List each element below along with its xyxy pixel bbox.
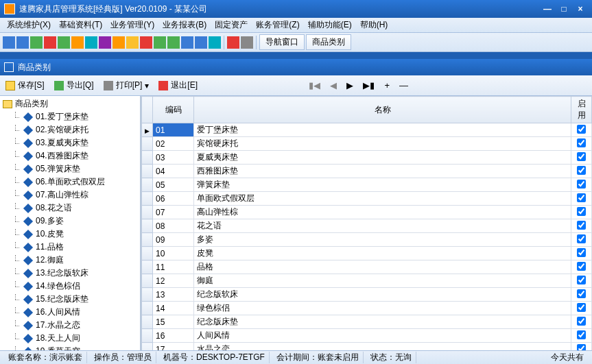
enable-checkbox[interactable] (577, 303, 586, 312)
tree-item[interactable]: 01.爱丁堡床垫 (0, 110, 140, 123)
col-name[interactable]: 名称 (194, 97, 571, 123)
tree-item[interactable]: 05.弹簧床垫 (0, 162, 140, 175)
table-row[interactable]: 15纪念版床垫 (142, 315, 592, 329)
cell-name[interactable]: 水晶之恋 (194, 343, 571, 351)
cell-enable[interactable] (571, 151, 592, 165)
save-button[interactable]: 保存[S] (5, 80, 45, 91)
cell-code[interactable]: 06 (153, 192, 194, 206)
cell-code[interactable]: 13 (153, 288, 194, 302)
cell-enable[interactable] (571, 329, 592, 343)
tab-product-category[interactable]: 商品类别 (306, 34, 351, 50)
tree-item[interactable]: 03.夏威夷床垫 (0, 136, 140, 149)
table-row[interactable]: 13纪念版软床 (142, 288, 592, 302)
cell-code[interactable]: 12 (153, 274, 194, 288)
table-row[interactable]: 01爱丁堡床垫 (142, 123, 592, 137)
cell-name[interactable]: 单面欧式假双层 (194, 192, 571, 206)
cell-code[interactable]: 03 (153, 151, 194, 165)
enable-checkbox[interactable] (577, 207, 586, 216)
table-row[interactable]: 09多姿 (142, 233, 592, 247)
tree-item[interactable]: 07.高山弹性棕 (0, 189, 140, 202)
cell-code[interactable]: 07 (153, 206, 194, 219)
tree-root[interactable]: 商品类别 (0, 97, 140, 110)
nav-add[interactable]: + (384, 80, 390, 90)
table-row[interactable]: 07高山弹性棕 (142, 206, 592, 219)
cell-enable[interactable] (571, 260, 592, 274)
cell-name[interactable]: 纪念版床垫 (194, 315, 571, 329)
nav-last[interactable]: ▶▮ (363, 80, 375, 90)
cell-enable[interactable] (571, 123, 592, 137)
toolbar-icon-14[interactable] (181, 36, 193, 49)
nav-prev[interactable]: ◀ (330, 80, 337, 90)
tree-item[interactable]: 09.多姿 (0, 215, 140, 228)
table-row[interactable]: 17水晶之恋 (142, 343, 592, 351)
cell-name[interactable]: 夏威夷床垫 (194, 151, 571, 165)
enable-checkbox[interactable] (577, 344, 586, 351)
menu-item[interactable]: 账务管理(Z) (252, 18, 303, 32)
cell-enable[interactable] (571, 302, 592, 315)
cell-code[interactable]: 16 (153, 329, 194, 343)
table-row[interactable]: 10皮凳 (142, 247, 592, 260)
tree-item[interactable]: 14.绿色棕侣 (0, 280, 140, 293)
toolbar-icon-4[interactable] (44, 36, 56, 49)
toolbar-icon-15[interactable] (195, 36, 207, 49)
enable-checkbox[interactable] (577, 221, 586, 230)
tree-item[interactable]: 13.纪念版软床 (0, 267, 140, 280)
table-row[interactable]: 11品格 (142, 260, 592, 274)
menu-item[interactable]: 业务报表(B) (158, 18, 211, 32)
cell-code[interactable]: 01 (153, 123, 194, 137)
cell-name[interactable]: 绿色棕侣 (194, 302, 571, 315)
cell-code[interactable]: 14 (153, 302, 194, 315)
table-row[interactable]: 05弹簧床垫 (142, 178, 592, 192)
menu-item[interactable]: 帮助(H) (356, 18, 392, 32)
cell-enable[interactable] (571, 192, 592, 206)
table-row[interactable]: 04西雅图床垫 (142, 165, 592, 178)
nav-first[interactable]: ▮◀ (309, 80, 320, 90)
cell-enable[interactable] (571, 233, 592, 247)
cell-enable[interactable] (571, 165, 592, 178)
print-button[interactable]: 打印[P]▾ (104, 80, 150, 91)
cell-enable[interactable] (571, 315, 592, 329)
enable-checkbox[interactable] (577, 289, 586, 298)
cell-code[interactable]: 10 (153, 247, 194, 260)
tree-item[interactable]: 18.天上人间 (0, 332, 140, 345)
toolbar-icon-2[interactable] (16, 36, 29, 49)
tree-item[interactable]: 10.皮凳 (0, 228, 140, 241)
cell-enable[interactable] (571, 219, 592, 233)
toolbar-icon-17[interactable] (227, 36, 239, 49)
toolbar-icon-11[interactable] (140, 36, 152, 49)
table-row[interactable]: 16人间风情 (142, 329, 592, 343)
toolbar-icon-7[interactable] (85, 36, 97, 49)
cell-enable[interactable] (571, 206, 592, 219)
cell-enable[interactable] (571, 343, 592, 351)
cell-name[interactable]: 爱丁堡床垫 (194, 123, 571, 137)
data-grid[interactable]: 编码 名称 启用 01爱丁堡床垫02宾馆硬床托03夏威夷床垫04西雅图床垫05弹… (141, 96, 592, 350)
table-row[interactable]: 06单面欧式假双层 (142, 192, 592, 206)
cell-enable[interactable] (571, 137, 592, 151)
cell-code[interactable]: 05 (153, 178, 194, 192)
enable-checkbox[interactable] (577, 234, 586, 243)
cell-name[interactable]: 人间风情 (194, 329, 571, 343)
toolbar-icon-12[interactable] (154, 36, 166, 49)
cell-code[interactable]: 17 (153, 343, 194, 351)
table-row[interactable]: 03夏威夷床垫 (142, 151, 592, 165)
menu-item[interactable]: 业务管理(Y) (106, 18, 158, 32)
toolbar-icon-10[interactable] (126, 36, 139, 49)
menu-item[interactable]: 辅助功能(E) (304, 18, 356, 32)
enable-checkbox[interactable] (577, 152, 586, 161)
cell-name[interactable]: 皮凳 (194, 247, 571, 260)
cell-enable[interactable] (571, 288, 592, 302)
close-button[interactable]: × (573, 3, 588, 15)
cell-code[interactable]: 04 (153, 165, 194, 178)
toolbar-icon-18[interactable] (241, 36, 253, 49)
cell-name[interactable]: 品格 (194, 260, 571, 274)
toolbar-icon-9[interactable] (113, 36, 125, 49)
menu-item[interactable]: 系统维护(X) (3, 18, 55, 32)
cell-name[interactable]: 弹簧床垫 (194, 178, 571, 192)
tab-nav-window[interactable]: 导航窗口 (259, 34, 305, 50)
minimize-button[interactable]: — (540, 3, 555, 15)
tree-item[interactable]: 04.西雅图床垫 (0, 149, 140, 162)
table-row[interactable]: 14绿色棕侣 (142, 302, 592, 315)
cell-name[interactable]: 西雅图床垫 (194, 165, 571, 178)
tree-item[interactable]: 08.花之语 (0, 202, 140, 215)
cell-code[interactable]: 11 (153, 260, 194, 274)
